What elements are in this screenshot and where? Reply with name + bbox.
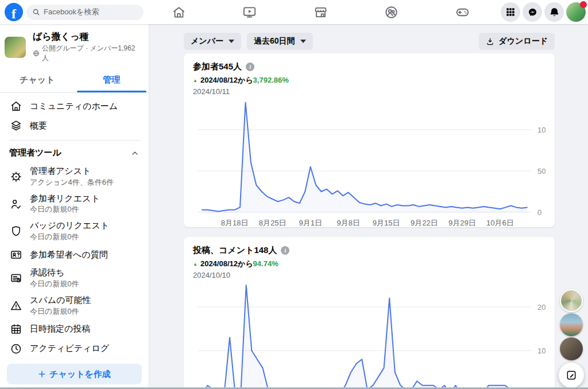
svg-text:9月29日: 9月29日	[448, 219, 476, 227]
globe-icon	[33, 50, 40, 57]
change-baseline: 2024/08/12から	[200, 76, 253, 84]
messenger-button[interactable]	[523, 2, 542, 22]
facebook-logo[interactable]: f	[5, 3, 23, 21]
chat-heads	[559, 289, 584, 388]
svg-text:20: 20	[537, 303, 546, 312]
info-icon[interactable]: i	[246, 63, 254, 71]
sidebar-menu: コミュニティのホーム 概要 管理者ツール 管理者アシスト アクション4件、条件6…	[0, 93, 149, 389]
plus-icon	[38, 370, 46, 378]
sidebar-item-label: 日時指定の投稿	[30, 324, 90, 334]
sidebar-item-scheduled-posts[interactable]: 日時指定の投稿	[5, 320, 144, 339]
sidebar-tabs: チャット 管理	[0, 69, 149, 93]
section-title: 管理者ツール	[9, 147, 61, 158]
insights-main: メンバー 過去60日間 ダウンロード 参加者545人 i ▲ 2024/08/1…	[149, 24, 588, 389]
members-joined-line-chart[interactable]: 0501008月18日8月25日9月1日9月8日9月15日9月22日9月29日1…	[193, 98, 546, 234]
tab-manage[interactable]: 管理	[75, 69, 149, 92]
change-percent: 3,792.86%	[253, 76, 289, 84]
sidebar-item-label: 参加者リクエスト	[30, 193, 100, 204]
sidebar-item-sub: 今日の新規0件	[30, 204, 100, 215]
sidebar-item-activity-log[interactable]: アクティビティログ	[5, 339, 144, 359]
svg-text:10: 10	[537, 347, 546, 355]
sidebar-item-label: 管理者アシスト	[30, 166, 114, 177]
sidebar-item-sub: 今日の新規0件	[30, 232, 109, 242]
download-button[interactable]: ダウンロード	[479, 33, 555, 50]
sidebar-item-membership-questions[interactable]: 参加希望者への質問	[5, 245, 144, 264]
chevron-down-icon	[229, 40, 234, 43]
insights-controls: メンバー 過去60日間 ダウンロード	[184, 33, 555, 50]
svg-text:50: 50	[537, 167, 546, 176]
sidebar-item-label: バッジのリクエスト	[30, 220, 109, 231]
sidebar-item-sub: アクション4件、条件6件	[30, 177, 114, 188]
layers-icon	[9, 119, 23, 133]
sidebar-item-label: 参加希望者への質問	[30, 250, 108, 260]
chat-head-avatar[interactable]	[560, 337, 583, 360]
chevron-up-icon	[130, 149, 140, 158]
chat-head-avatar[interactable]	[560, 289, 583, 312]
new-message-button[interactable]	[559, 363, 584, 388]
posts-comments-line-chart[interactable]: 01020	[193, 282, 546, 389]
svg-text:8月25日: 8月25日	[259, 219, 287, 227]
chart-title: 投稿、コメント148人	[193, 245, 277, 256]
members-filter-dropdown[interactable]: メンバー	[184, 33, 241, 50]
watch-nav-icon[interactable]	[242, 5, 257, 20]
groups-nav-icon[interactable]	[384, 5, 399, 20]
tab-chat[interactable]: チャット	[0, 69, 75, 92]
notifications-button[interactable]	[544, 2, 564, 22]
sidebar-item-badge-requests[interactable]: バッジのリクエスト 今日の新規0件	[5, 217, 144, 245]
clock-icon	[9, 342, 23, 356]
grid-icon	[505, 7, 516, 17]
calendar-icon	[9, 322, 23, 336]
trend-up-icon: ▲	[193, 262, 198, 267]
profile-avatar[interactable]	[566, 2, 586, 22]
as-of-date: 2024/10/11	[193, 87, 546, 96]
chat-head-avatar[interactable]	[560, 313, 583, 336]
gaming-nav-icon[interactable]	[455, 5, 470, 20]
group-avatar[interactable]	[5, 37, 26, 58]
shield-icon	[9, 224, 23, 238]
compose-pencil-icon	[566, 369, 577, 381]
sidebar-item-member-requests[interactable]: 参加者リクエスト 今日の新規0件	[5, 190, 144, 218]
sidebar-item-label: アクティビティログ	[30, 343, 109, 354]
marketplace-nav-icon[interactable]	[313, 5, 328, 20]
as-of-date: 2024/10/10	[193, 271, 546, 279]
section-admin-tools[interactable]: 管理者ツール	[5, 145, 144, 163]
sidebar-item-pending-approval[interactable]: 承認待ち 今日の新規0件	[5, 264, 144, 292]
sidebar-item-label: コミュニティのホーム	[30, 101, 118, 112]
svg-text:9月22日: 9月22日	[411, 219, 438, 227]
sidebar-item-label: 概要	[30, 120, 47, 131]
chevron-down-icon	[300, 40, 306, 43]
trend-up-icon: ▲	[193, 78, 198, 83]
warning-triangle-icon	[9, 299, 23, 313]
sidebar-item-overview[interactable]: 概要	[5, 116, 144, 135]
members-joined-card: 参加者545人 i ▲ 2024/08/12から3,792.86% 2024/1…	[184, 53, 555, 227]
date-range-dropdown[interactable]: 過去60日間	[247, 33, 313, 50]
svg-text:8月18日: 8月18日	[221, 219, 249, 227]
search-icon	[32, 8, 40, 16]
group-meta: 公開グループ · メンバー1,962人	[42, 44, 142, 63]
sidebar-item-potential-spam[interactable]: スパムの可能性 今日の新規0件	[5, 292, 144, 320]
person-card-icon	[9, 248, 23, 262]
sidebar-item-admin-assist[interactable]: 管理者アシスト アクション4件、条件6件	[5, 163, 144, 190]
messenger-icon	[527, 7, 538, 18]
post-card-icon	[9, 271, 23, 285]
notification-badge	[580, 1, 587, 8]
info-icon[interactable]: i	[281, 246, 289, 255]
divider	[9, 140, 140, 141]
sidebar-item-label: スパムの可能性	[30, 295, 91, 306]
group-admin-sidebar: ばら撒くっ種 公開グループ · メンバー1,962人 チャット 管理 コミュニテ…	[0, 24, 149, 389]
search-input[interactable]: Facebookを検索	[26, 5, 144, 20]
sidebar-item-label: 承認待ち	[30, 267, 79, 278]
download-icon	[486, 37, 494, 46]
svg-text:9月15日: 9月15日	[373, 219, 400, 227]
gear-icon	[9, 170, 23, 184]
create-chat-button[interactable]: チャットを作成	[7, 364, 142, 384]
sidebar-item-sub: 今日の新規0件	[30, 306, 91, 317]
svg-text:9月1日: 9月1日	[299, 219, 322, 227]
home-icon	[9, 99, 23, 113]
sidebar-item-community-home[interactable]: コミュニティのホーム	[5, 96, 144, 116]
home-nav-icon[interactable]	[171, 5, 186, 20]
person-check-icon	[9, 197, 23, 211]
apps-menu-button[interactable]	[501, 2, 520, 22]
main-nav-tabs	[150, 5, 501, 20]
bell-icon	[549, 7, 560, 18]
